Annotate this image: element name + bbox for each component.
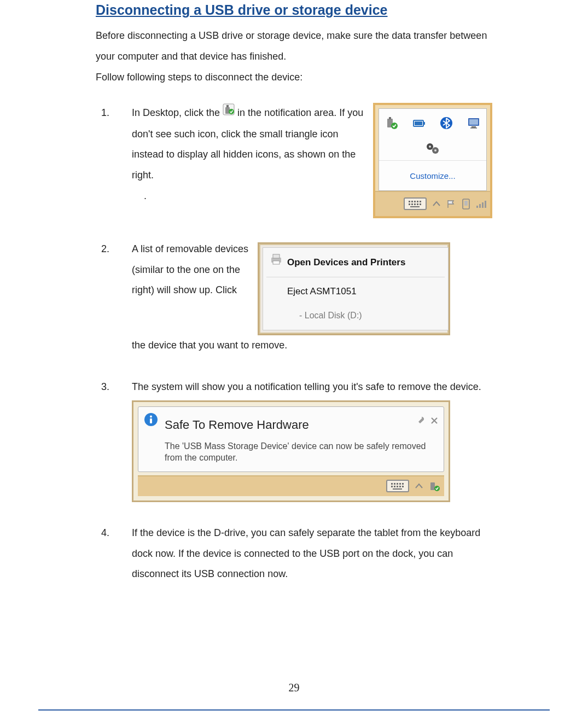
svg-rect-26 <box>411 203 413 205</box>
svg-rect-30 <box>410 206 420 207</box>
step-1: 1. In Desktop, click the <box>101 103 492 218</box>
svg-rect-14 <box>470 127 477 129</box>
safely-remove-icon <box>385 117 398 130</box>
svg-rect-21 <box>411 201 413 202</box>
local-disk-item[interactable]: - Local Disk (D:) <box>263 304 448 328</box>
monitor-icon <box>467 117 480 130</box>
menu-separator <box>266 277 445 277</box>
svg-rect-27 <box>414 203 416 205</box>
svg-point-18 <box>434 149 436 152</box>
safely-remove-icon <box>429 481 440 492</box>
step-1-text-b: in the notification area. If you don't s… <box>132 107 363 181</box>
svg-rect-48 <box>391 486 393 487</box>
safely-remove-icon <box>223 102 235 123</box>
svg-rect-23 <box>417 201 418 202</box>
footer-rule <box>38 709 550 711</box>
page-number: 29 <box>0 682 588 694</box>
svg-rect-38 <box>273 254 280 258</box>
step-3: 3. The system will show you a notificati… <box>101 377 492 502</box>
eject-menu-screenshot: Open Devices and Printers Eject ASMT1051… <box>258 242 450 335</box>
step-number: 4. <box>101 523 117 585</box>
svg-rect-36 <box>485 201 486 208</box>
svg-rect-51 <box>399 486 401 487</box>
bluetooth-icon <box>440 117 453 130</box>
intro-p2: Follow following steps to disconnect the… <box>96 72 302 83</box>
close-icon[interactable] <box>430 411 438 432</box>
svg-rect-24 <box>420 201 421 202</box>
wrench-icon[interactable] <box>416 411 425 432</box>
notification-tray-screenshot: Customize... <box>373 103 492 218</box>
intro-p1: Before disconnecting a USB drive or stor… <box>96 30 487 62</box>
svg-rect-29 <box>420 203 421 205</box>
balloon-message: The 'USB Mass Storage Device' device can… <box>165 440 436 464</box>
step-number: 1. <box>101 103 117 218</box>
svg-rect-25 <box>409 203 410 205</box>
step-1-text: In Desktop, click the in the notificatio… <box>132 103 368 206</box>
info-icon <box>144 412 158 434</box>
svg-rect-39 <box>273 261 280 264</box>
svg-rect-45 <box>397 483 398 485</box>
keyboard-icon <box>386 480 409 492</box>
step-4-text: If the device is the D-drive, you can sa… <box>132 523 492 585</box>
svg-rect-46 <box>399 483 401 485</box>
svg-rect-43 <box>391 483 393 485</box>
balloon-title: Safe To Remove Hardware <box>165 412 436 438</box>
svg-rect-8 <box>423 122 425 125</box>
svg-rect-5 <box>389 117 391 119</box>
open-devices-label: Open Devices and Printers <box>287 257 405 267</box>
svg-rect-9 <box>415 121 422 125</box>
safe-remove-screenshot: Safe To Remove Hardware The 'USB Mass St… <box>132 400 450 502</box>
svg-rect-32 <box>464 201 468 206</box>
tray-popup: Customize... <box>379 108 487 191</box>
svg-rect-50 <box>397 486 398 487</box>
taskbar <box>375 191 490 216</box>
chevron-up-icon[interactable] <box>415 482 423 491</box>
svg-point-41 <box>150 416 152 418</box>
svg-rect-42 <box>150 418 152 423</box>
svg-rect-28 <box>417 203 418 205</box>
intro-block: Before disconnecting a USB drive or stor… <box>96 26 492 88</box>
customize-link[interactable]: Customize... <box>379 160 486 190</box>
signal-icon <box>476 200 487 208</box>
taskbar <box>138 475 444 496</box>
notification-balloon: Safe To Remove Hardware The 'USB Mass St… <box>138 406 444 471</box>
step-2-text-top: A list of removable devices (similar to … <box>132 239 252 301</box>
svg-rect-54 <box>430 482 435 490</box>
svg-rect-44 <box>394 483 395 485</box>
step-2-text-bottom: the device that you want to remove. <box>132 335 492 356</box>
svg-rect-22 <box>414 201 416 202</box>
svg-point-16 <box>429 145 431 148</box>
printer-icon <box>270 253 283 272</box>
svg-rect-33 <box>476 206 478 208</box>
step-number: 2. <box>101 239 117 356</box>
svg-point-3 <box>229 109 234 114</box>
gear-pair-icon <box>426 142 440 155</box>
flag-icon <box>446 199 456 209</box>
svg-rect-34 <box>479 204 481 208</box>
section-heading: Disconnecting a USB drive or storage dev… <box>96 2 492 18</box>
step-2: 2. A list of removable devices (similar … <box>101 239 492 356</box>
svg-rect-20 <box>409 201 410 202</box>
svg-rect-53 <box>393 488 402 490</box>
keyboard-icon <box>404 197 427 210</box>
step-1-dot: . <box>132 186 368 207</box>
svg-rect-47 <box>402 483 404 485</box>
device-icon <box>462 199 470 209</box>
open-devices-item[interactable]: Open Devices and Printers <box>263 250 448 275</box>
svg-rect-49 <box>394 486 395 487</box>
svg-rect-35 <box>482 202 484 208</box>
step-4: 4. If the device is the D-drive, you can… <box>101 523 492 585</box>
svg-rect-12 <box>469 119 478 125</box>
step-3-text: The system will show you a notification … <box>132 377 492 398</box>
step-1-text-a: In Desktop, click the <box>132 107 223 118</box>
battery-icon <box>412 117 426 130</box>
chevron-up-icon[interactable] <box>432 200 441 208</box>
step-number: 3. <box>101 377 117 502</box>
svg-rect-2 <box>226 105 229 107</box>
svg-rect-52 <box>402 486 404 487</box>
eject-device-item[interactable]: Eject ASMT1051 <box>263 279 448 304</box>
svg-rect-13 <box>471 126 476 127</box>
